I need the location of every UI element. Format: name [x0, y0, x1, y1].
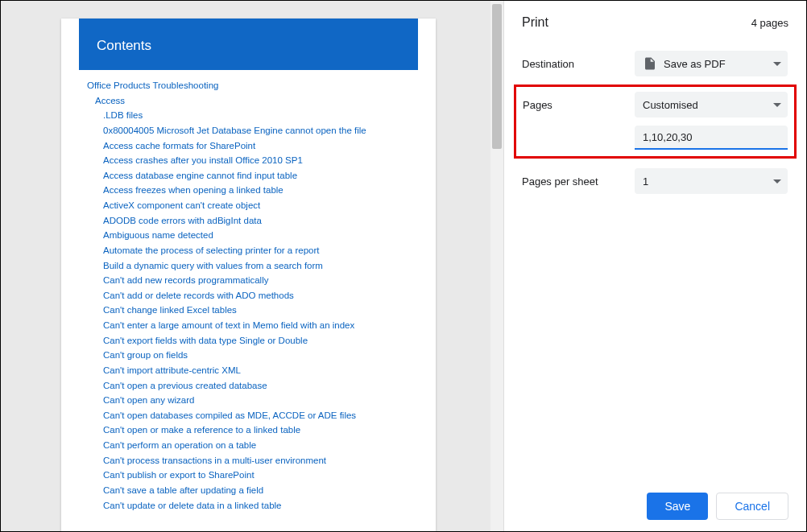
pages-mode-select[interactable]: Customised [635, 92, 788, 118]
panel-title: Print [522, 15, 548, 30]
pages-highlight: Pages Customised [514, 85, 797, 159]
toc-link[interactable]: Access [95, 96, 125, 105]
pages-per-sheet-label: Pages per sheet [522, 175, 635, 188]
toc-link[interactable]: Office Products Troubleshooting [87, 80, 218, 90]
toc-link[interactable]: Can't change linked Excel tables [103, 305, 237, 315]
pages-label: Pages [523, 99, 635, 111]
toc-link[interactable]: Can't publish or export to SharePoint [103, 470, 255, 480]
save-button[interactable]: Save [647, 493, 708, 520]
print-settings-panel: Print 4 pages Destination Save as PDF Pa… [503, 1, 806, 531]
toc-link[interactable]: .LDB files [103, 110, 143, 120]
pages-mode-value: Customised [643, 99, 773, 111]
toc-link[interactable]: Can't add new records programmatically [103, 275, 268, 285]
toc-link[interactable]: Can't save a table after updating a fiel… [103, 485, 263, 495]
destination-label: Destination [522, 58, 635, 70]
toc-link[interactable]: Access cache formats for SharePoint [103, 141, 255, 151]
pdf-file-icon [643, 56, 657, 71]
toc-link[interactable]: Can't open databases compiled as MDE, AC… [103, 410, 356, 420]
toc-link[interactable]: Can't process transactions in a multi-us… [103, 456, 326, 465]
toc-link[interactable]: 0x80004005 Microsoft Jet Database Engine… [103, 126, 366, 135]
pages-input[interactable] [635, 126, 788, 150]
chevron-down-icon [773, 179, 781, 184]
destination-value: Save as PDF [664, 58, 773, 70]
preview-scrollbar[interactable] [490, 1, 503, 531]
toc-link[interactable]: Automate the process of selecting printe… [103, 245, 319, 255]
toc-link[interactable]: Can't group on fields [103, 350, 188, 360]
cancel-button[interactable]: Cancel [716, 493, 788, 520]
toc-link[interactable]: Can't enter a large amount of text in Me… [103, 320, 354, 330]
toc-link[interactable]: Can't export fields with data type Singl… [103, 336, 308, 345]
toc-link[interactable]: Build a dynamic query with values from a… [103, 261, 323, 270]
toc-link[interactable]: Can't open a previous created database [103, 381, 267, 390]
table-of-contents: Office Products Troubleshooting Access .… [61, 78, 436, 513]
toc-link[interactable]: Can't open or make a reference to a link… [103, 425, 300, 435]
toc-link[interactable]: Ambiguous name detected [103, 230, 213, 240]
toc-link[interactable]: Access crashes after you install Office … [103, 155, 303, 165]
toc-link[interactable]: Can't import attribute-centric XML [103, 365, 241, 375]
toc-link[interactable]: Can't open any wizard [103, 395, 194, 405]
toc-link[interactable]: Access freezes when opening a linked tab… [103, 185, 283, 195]
page-count: 4 pages [751, 17, 788, 29]
scrollbar-thumb[interactable] [492, 4, 502, 149]
toc-link[interactable]: Can't add or delete records with ADO met… [103, 291, 294, 300]
preview-page: Contents Office Products Troubleshooting… [61, 19, 436, 531]
contents-header: Contents [79, 19, 418, 70]
pages-per-sheet-value: 1 [643, 175, 773, 188]
destination-select[interactable]: Save as PDF [635, 51, 788, 76]
pages-per-sheet-select[interactable]: 1 [635, 168, 788, 194]
print-preview-area: Contents Office Products Troubleshooting… [1, 1, 503, 531]
chevron-down-icon [773, 103, 781, 107]
toc-link[interactable]: ADODB code errors with adBigInt data [103, 216, 262, 225]
toc-link[interactable]: ActiveX component can't create object [103, 200, 260, 210]
chevron-down-icon [773, 62, 781, 66]
toc-link[interactable]: Can't update or delete data in a linked … [103, 501, 282, 510]
toc-link[interactable]: Can't perform an operation on a table [103, 440, 256, 450]
toc-link[interactable]: Access database engine cannot find input… [103, 171, 297, 180]
